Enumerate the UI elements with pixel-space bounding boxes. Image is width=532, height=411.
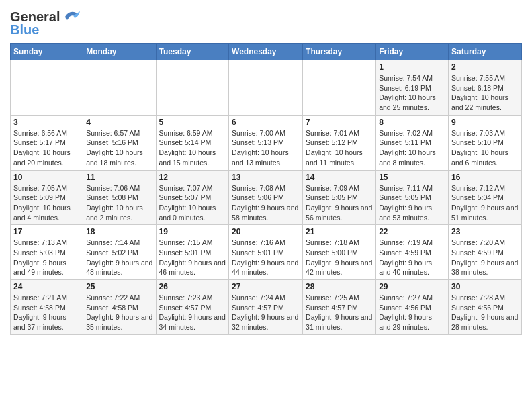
day-info: Sunrise: 7:16 AM Sunset: 5:01 PM Dayligh…	[232, 238, 300, 277]
weekday-header-sunday: Sunday	[11, 44, 83, 60]
day-number: 14	[306, 173, 373, 182]
calendar-cell	[303, 60, 376, 116]
calendar-week-row: 10Sunrise: 7:05 AM Sunset: 5:09 PM Dayli…	[11, 170, 522, 225]
day-number: 10	[13, 173, 80, 182]
calendar-week-row: 1Sunrise: 7:54 AM Sunset: 6:19 PM Daylig…	[11, 60, 522, 116]
day-number: 21	[306, 227, 373, 236]
calendar-week-row: 24Sunrise: 7:21 AM Sunset: 4:58 PM Dayli…	[11, 280, 522, 335]
day-info: Sunrise: 7:19 AM Sunset: 4:59 PM Dayligh…	[379, 238, 445, 277]
day-info: Sunrise: 7:03 AM Sunset: 5:10 PM Dayligh…	[451, 128, 519, 168]
weekday-header-tuesday: Tuesday	[156, 44, 229, 60]
day-number: 13	[232, 173, 300, 182]
day-number: 16	[451, 173, 519, 182]
day-info: Sunrise: 7:55 AM Sunset: 6:18 PM Dayligh…	[451, 73, 519, 113]
calendar-cell: 18Sunrise: 7:14 AM Sunset: 5:02 PM Dayli…	[83, 225, 156, 280]
day-info: Sunrise: 7:07 AM Sunset: 5:07 PM Dayligh…	[159, 183, 226, 223]
day-info: Sunrise: 7:12 AM Sunset: 5:04 PM Dayligh…	[451, 183, 519, 223]
calendar-cell: 9Sunrise: 7:03 AM Sunset: 5:10 PM Daylig…	[449, 115, 522, 170]
day-number: 9	[451, 118, 519, 127]
calendar-cell: 22Sunrise: 7:19 AM Sunset: 4:59 PM Dayli…	[376, 225, 449, 280]
day-info: Sunrise: 7:02 AM Sunset: 5:11 PM Dayligh…	[379, 128, 445, 168]
calendar-cell: 13Sunrise: 7:08 AM Sunset: 5:06 PM Dayli…	[229, 170, 303, 225]
calendar-cell: 20Sunrise: 7:16 AM Sunset: 5:01 PM Dayli…	[229, 225, 303, 280]
day-number: 12	[159, 173, 226, 182]
day-number: 22	[379, 227, 445, 236]
header: General Blue	[10, 7, 522, 38]
calendar-cell: 5Sunrise: 6:59 AM Sunset: 5:14 PM Daylig…	[156, 115, 229, 170]
day-number: 24	[13, 282, 80, 291]
day-number: 27	[232, 282, 300, 291]
day-info: Sunrise: 7:08 AM Sunset: 5:06 PM Dayligh…	[232, 183, 300, 223]
logo: General Blue	[10, 9, 81, 38]
calendar-cell	[83, 60, 156, 116]
day-number: 11	[86, 173, 152, 182]
day-number: 3	[13, 118, 80, 127]
weekday-header-thursday: Thursday	[303, 44, 376, 60]
day-info: Sunrise: 7:22 AM Sunset: 4:58 PM Dayligh…	[86, 293, 152, 332]
day-info: Sunrise: 7:05 AM Sunset: 5:09 PM Dayligh…	[13, 183, 80, 223]
calendar-cell: 11Sunrise: 7:06 AM Sunset: 5:08 PM Dayli…	[83, 170, 156, 225]
day-info: Sunrise: 7:21 AM Sunset: 4:58 PM Dayligh…	[13, 293, 80, 332]
calendar-cell: 21Sunrise: 7:18 AM Sunset: 5:00 PM Dayli…	[303, 225, 376, 280]
day-number: 5	[159, 118, 226, 127]
day-number: 1	[379, 62, 445, 72]
calendar-cell: 2Sunrise: 7:55 AM Sunset: 6:18 PM Daylig…	[449, 60, 522, 116]
day-info: Sunrise: 7:20 AM Sunset: 4:59 PM Dayligh…	[451, 238, 519, 277]
day-number: 29	[379, 282, 445, 291]
calendar-week-row: 3Sunrise: 6:56 AM Sunset: 5:17 PM Daylig…	[11, 115, 522, 170]
day-number: 2	[451, 62, 519, 72]
calendar-cell: 24Sunrise: 7:21 AM Sunset: 4:58 PM Dayli…	[11, 280, 83, 335]
day-info: Sunrise: 7:24 AM Sunset: 4:57 PM Dayligh…	[232, 293, 300, 332]
weekday-header-monday: Monday	[83, 44, 156, 60]
day-info: Sunrise: 7:15 AM Sunset: 5:01 PM Dayligh…	[159, 238, 226, 277]
calendar-cell: 26Sunrise: 7:23 AM Sunset: 4:57 PM Dayli…	[156, 280, 229, 335]
day-number: 17	[13, 227, 80, 236]
weekday-header-friday: Friday	[376, 44, 449, 60]
logo-text-blue: Blue	[10, 22, 39, 38]
calendar-cell	[229, 60, 303, 116]
weekday-header-saturday: Saturday	[449, 44, 522, 60]
calendar-cell: 30Sunrise: 7:28 AM Sunset: 4:56 PM Dayli…	[449, 280, 522, 335]
day-number: 6	[232, 118, 300, 127]
calendar-table: SundayMondayTuesdayWednesdayThursdayFrid…	[10, 43, 522, 335]
day-info: Sunrise: 7:23 AM Sunset: 4:57 PM Dayligh…	[159, 293, 226, 332]
day-number: 30	[451, 282, 519, 291]
calendar-cell: 3Sunrise: 6:56 AM Sunset: 5:17 PM Daylig…	[11, 115, 83, 170]
day-info: Sunrise: 6:59 AM Sunset: 5:14 PM Dayligh…	[159, 128, 226, 168]
day-info: Sunrise: 7:18 AM Sunset: 5:00 PM Dayligh…	[306, 238, 373, 277]
day-number: 28	[306, 282, 373, 291]
day-info: Sunrise: 7:14 AM Sunset: 5:02 PM Dayligh…	[86, 238, 152, 277]
calendar-cell: 4Sunrise: 6:57 AM Sunset: 5:16 PM Daylig…	[83, 115, 156, 170]
calendar-week-row: 17Sunrise: 7:13 AM Sunset: 5:03 PM Dayli…	[11, 225, 522, 280]
calendar-cell: 15Sunrise: 7:11 AM Sunset: 5:05 PM Dayli…	[376, 170, 449, 225]
calendar-cell: 16Sunrise: 7:12 AM Sunset: 5:04 PM Dayli…	[449, 170, 522, 225]
day-number: 19	[159, 227, 226, 236]
calendar-cell: 29Sunrise: 7:27 AM Sunset: 4:56 PM Dayli…	[376, 280, 449, 335]
calendar-cell	[11, 60, 83, 116]
logo-bird-icon	[62, 9, 81, 24]
day-info: Sunrise: 7:06 AM Sunset: 5:08 PM Dayligh…	[86, 183, 152, 223]
calendar-cell: 28Sunrise: 7:25 AM Sunset: 4:57 PM Dayli…	[303, 280, 376, 335]
day-number: 7	[306, 118, 373, 127]
calendar-cell: 1Sunrise: 7:54 AM Sunset: 6:19 PM Daylig…	[376, 60, 449, 116]
calendar-cell: 10Sunrise: 7:05 AM Sunset: 5:09 PM Dayli…	[11, 170, 83, 225]
day-number: 4	[86, 118, 152, 127]
day-info: Sunrise: 6:56 AM Sunset: 5:17 PM Dayligh…	[13, 128, 80, 168]
day-number: 20	[232, 227, 300, 236]
day-info: Sunrise: 7:01 AM Sunset: 5:12 PM Dayligh…	[306, 128, 373, 168]
day-info: Sunrise: 7:25 AM Sunset: 4:57 PM Dayligh…	[306, 293, 373, 332]
day-info: Sunrise: 7:09 AM Sunset: 5:05 PM Dayligh…	[306, 183, 373, 223]
day-info: Sunrise: 7:11 AM Sunset: 5:05 PM Dayligh…	[379, 183, 445, 223]
calendar-cell: 8Sunrise: 7:02 AM Sunset: 5:11 PM Daylig…	[376, 115, 449, 170]
calendar-cell: 6Sunrise: 7:00 AM Sunset: 5:13 PM Daylig…	[229, 115, 303, 170]
calendar-cell: 25Sunrise: 7:22 AM Sunset: 4:58 PM Dayli…	[83, 280, 156, 335]
day-number: 8	[379, 118, 445, 127]
calendar-cell: 23Sunrise: 7:20 AM Sunset: 4:59 PM Dayli…	[449, 225, 522, 280]
day-number: 25	[86, 282, 152, 291]
calendar-cell: 7Sunrise: 7:01 AM Sunset: 5:12 PM Daylig…	[303, 115, 376, 170]
calendar-cell	[156, 60, 229, 116]
weekday-header-wednesday: Wednesday	[229, 44, 303, 60]
day-number: 26	[159, 282, 226, 291]
day-info: Sunrise: 7:13 AM Sunset: 5:03 PM Dayligh…	[13, 238, 80, 277]
calendar-cell: 12Sunrise: 7:07 AM Sunset: 5:07 PM Dayli…	[156, 170, 229, 225]
